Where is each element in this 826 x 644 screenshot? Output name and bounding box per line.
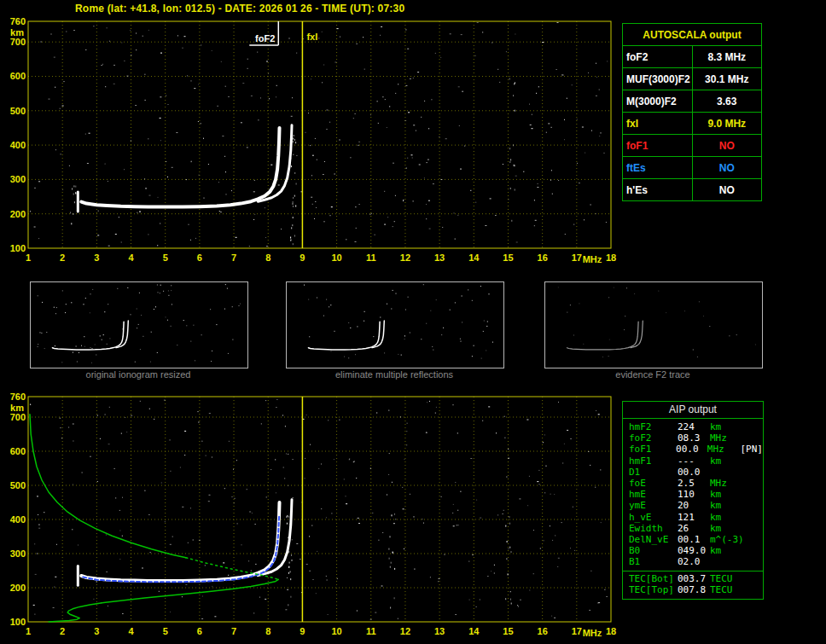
- x-mode-trace: [258, 125, 292, 202]
- aip-row-hmF2: hmF2224km: [623, 421, 763, 432]
- aip-row-B0: B0049.0km: [623, 545, 763, 556]
- o-mode-trace: [81, 502, 279, 581]
- autoscala-fitted-trace: [83, 516, 279, 582]
- x-tick-6: 6: [197, 252, 202, 263]
- x-tick-4: 4: [128, 626, 134, 636]
- autoscala-row-foF1: foF1NO: [623, 135, 762, 157]
- autoscala-header-row: AUTOSCALA output: [623, 24, 762, 46]
- x-tick-1: 1: [26, 252, 31, 263]
- y-tick-400: 400: [10, 514, 26, 525]
- x-tick-17: 17: [572, 252, 582, 263]
- x-tick-11: 11: [366, 252, 376, 263]
- aip-unit: km: [710, 489, 744, 500]
- x-tick-9: 9: [300, 252, 305, 263]
- aip-value: 02.0: [678, 556, 710, 567]
- x-tick-15: 15: [503, 626, 513, 636]
- aip-row-ymE: ymE20km: [623, 500, 763, 511]
- y-tick-600: 600: [10, 446, 26, 456]
- aip-row-foF2: foF208.3MHz: [623, 432, 763, 444]
- x-tick-14: 14: [468, 626, 480, 636]
- aip-param: TEC[Bot]: [629, 573, 678, 584]
- x-tick-12: 12: [400, 252, 410, 263]
- autoscala-param-value: NO: [692, 135, 762, 157]
- autoscala-app: Rome (lat: +41.8, lon: 012.5) - DATE: 20…: [0, 0, 826, 644]
- autoscala-param-value: 8.3 MHz: [692, 46, 762, 68]
- x-tick-2: 2: [60, 252, 65, 263]
- thumb-trace: [116, 321, 128, 348]
- autoscala-param-label: fxI: [623, 113, 693, 135]
- x-tick-3: 3: [94, 626, 99, 636]
- aip-unit: km: [710, 421, 744, 432]
- aip-row-foE: foE2.5MHz: [623, 478, 763, 489]
- autoscala-param-value: NO: [692, 179, 762, 201]
- x-tick-18: 18: [606, 626, 616, 636]
- autoscala-row-fxI: fxI9.0 MHz: [623, 113, 762, 135]
- autoscala-row-M(3000)F2: M(3000)F23.63: [623, 90, 762, 113]
- autoscala-row-MUF(3000)F2: MUF(3000)F230.1 MHz: [623, 68, 762, 90]
- x-tick-17: 17: [572, 626, 582, 636]
- thumb-1-svg: [287, 282, 502, 366]
- x-tick-5: 5: [163, 626, 168, 636]
- thumbnail-evidence-f2-trace: [544, 281, 763, 368]
- thumb-trace: [308, 322, 380, 350]
- page-title: Rome (lat: +41.8, lon: 012.5) - DATE: 20…: [75, 3, 404, 15]
- thumbnail-original-ionogram: [30, 281, 248, 368]
- thumbnail-caption-reflections: eliminate multiple reflections: [286, 369, 503, 380]
- autoscala-param-label: foF2: [623, 46, 693, 68]
- aip-param: foE: [629, 478, 678, 489]
- aip-unit: km: [710, 455, 744, 467]
- x-tick-9: 9: [300, 626, 305, 636]
- aip-param: Ewidth: [629, 523, 678, 534]
- aip-unit: km: [710, 523, 744, 534]
- aip-value: 26: [678, 523, 710, 534]
- x-tick-18: 18: [606, 252, 616, 263]
- aip-row-foF1: foF100.0MHz[PN]: [623, 444, 763, 455]
- y-tick-100: 100: [10, 617, 26, 627]
- aip-value: 121: [678, 512, 710, 523]
- aip-param: hmE: [629, 489, 678, 500]
- y-axis-unit: km: [10, 403, 24, 413]
- y-tick-200: 200: [10, 583, 26, 593]
- x-axis-unit: MHz: [583, 254, 602, 264]
- thumb-trace: [631, 321, 643, 348]
- x-tick-12: 12: [400, 626, 410, 636]
- aip-unit: km: [710, 512, 744, 523]
- x-tick-7: 7: [231, 252, 236, 263]
- aip-unit: TECU: [710, 573, 744, 584]
- y-tick-760: 760: [10, 17, 26, 26]
- autoscala-param-value: 9.0 MHz: [692, 113, 762, 135]
- aip-tec-separator: [623, 571, 763, 571]
- autoscala-param-label: M(3000)F2: [623, 90, 693, 113]
- autoscala-param-value: 30.1 MHz: [692, 68, 762, 90]
- x-tick-7: 7: [231, 626, 236, 636]
- aip-row-TEC[Top]: TEC[Top]007.8TECU: [623, 584, 763, 595]
- electron-density-profile-bottomside: [49, 579, 278, 622]
- thumb-trace: [52, 322, 124, 350]
- aip-row-DelN_vE: DelN_vE00.1m^(-3): [623, 534, 763, 545]
- marker-label-foF2: foF2: [255, 33, 275, 44]
- ionogram-plot-bottom: 100200300400500600700760km12345678910111…: [0, 392, 618, 644]
- aip-param: h_vE: [629, 512, 678, 523]
- aip-row-Ewidth: Ewidth26km: [623, 523, 763, 534]
- o-mode-trace: [81, 128, 279, 207]
- y-axis-unit: km: [10, 27, 24, 38]
- aip-param: D1: [629, 467, 678, 478]
- aip-value: ---: [678, 455, 710, 467]
- y-tick-300: 300: [10, 174, 26, 184]
- aip-param: B1: [629, 556, 678, 567]
- y-tick-600: 600: [10, 71, 26, 81]
- aip-param: hmF2: [629, 421, 678, 432]
- y-tick-200: 200: [10, 209, 26, 219]
- aip-value: 2.5: [678, 478, 710, 489]
- electron-density-profile-topside: [30, 415, 186, 558]
- x-tick-8: 8: [265, 252, 270, 263]
- aip-param: hmF1: [629, 455, 678, 467]
- top-ionogram: foF2fxI100200300400500600700760km1234567…: [0, 17, 618, 273]
- y-tick-500: 500: [10, 480, 26, 490]
- aip-value: 00.0: [676, 444, 707, 455]
- aip-value: 003.7: [678, 573, 710, 584]
- x-tick-10: 10: [331, 252, 341, 263]
- aip-row-B1: B102.0: [623, 556, 763, 567]
- aip-param: foF2: [629, 432, 678, 444]
- x-tick-16: 16: [538, 626, 548, 636]
